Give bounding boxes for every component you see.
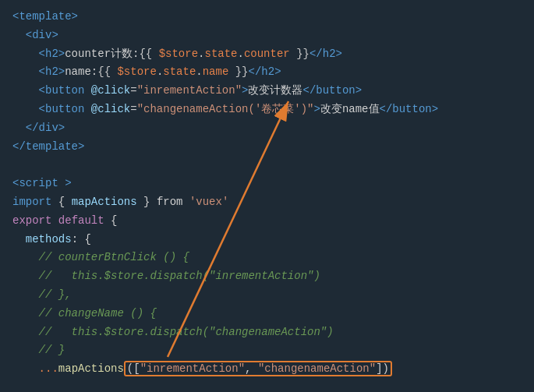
code-line-17: // changeName () { <box>0 305 534 323</box>
code-line-19: // } <box>0 341 534 360</box>
code-line-14: // counterBtnClick () { <box>0 249 534 267</box>
code-editor: <template> <div> <h2>counter计数:{{ $store… <box>0 0 534 387</box>
code-line-8: </template> <box>0 138 534 157</box>
code-line-20: ...mapActions(["inrementAction", "change… <box>0 360 534 379</box>
code-line-10: <script > <box>0 175 534 193</box>
code-line-4: <h2>name:{{ $store.state.name }}</h2> <box>0 63 534 82</box>
code-line-6: <button @click="changenameAction('卷芯菜')"… <box>0 101 534 119</box>
code-line-5: <button @click="inrementAction">改变计数器</b… <box>0 82 534 101</box>
code-line-13: methods: { <box>0 231 534 249</box>
code-line-12: export default { <box>0 212 534 231</box>
code-line-1: <template> <box>0 8 534 26</box>
code-line-2: <div> <box>0 26 534 45</box>
code-line-3: <h2>counter计数:{{ $store.state.counter }}… <box>0 45 534 64</box>
code-line-9 <box>0 156 534 175</box>
code-line-16: // }, <box>0 286 534 305</box>
code-line-15: // this.$store.dispatch("inrementAction"… <box>0 267 534 286</box>
code-line-11: import { mapActions } from 'vuex' <box>0 193 534 212</box>
code-line-7: </div> <box>0 119 534 138</box>
code-line-18: // this.$store.dispatch("changenameActio… <box>0 323 534 342</box>
